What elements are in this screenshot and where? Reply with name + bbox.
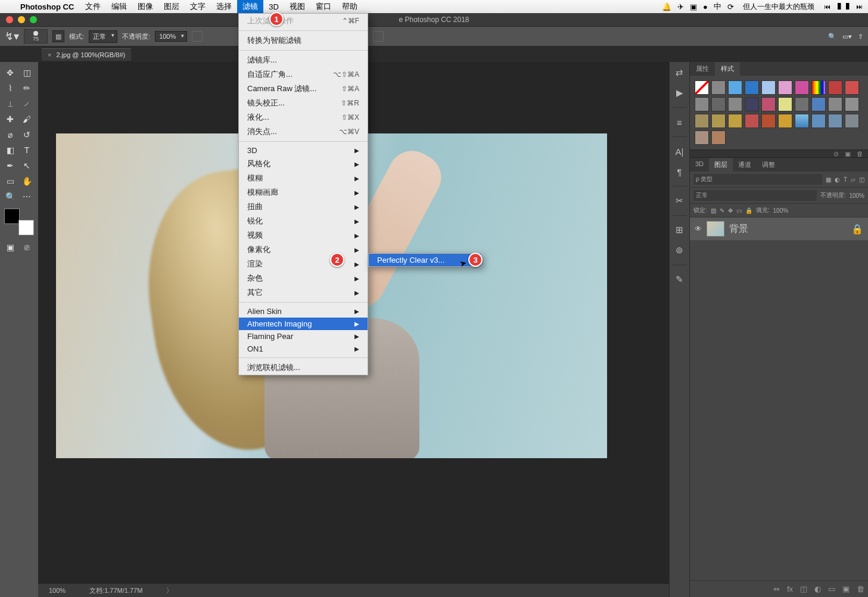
menu-filter[interactable]: 滤镜 <box>237 0 263 13</box>
pressure-opacity-icon[interactable] <box>192 31 203 42</box>
filter-gallery[interactable]: 滤镜库... <box>239 53 368 67</box>
lock-art-icon[interactable]: ▭ <box>736 207 742 214</box>
filter-camera-raw[interactable]: Camera Raw 滤镜...⇧⌘A <box>239 82 368 96</box>
style-swatch-7[interactable] <box>811 80 826 95</box>
layers-tab-3d[interactable]: 3D <box>690 158 709 172</box>
traffic-zoom[interactable] <box>30 16 37 23</box>
layer-filter-dropdown[interactable]: ρ 类型 <box>693 174 822 185</box>
traffic-minimize[interactable] <box>18 16 25 23</box>
style-swatch-27[interactable] <box>811 114 826 128</box>
filter-other[interactable]: 其它▶ <box>239 285 368 300</box>
tray-cam-icon[interactable]: ▣ <box>687 2 700 11</box>
move-tool-icon[interactable]: ✥ <box>2 66 18 80</box>
filter-vanish[interactable]: 消失点...⌥⌘V <box>239 125 368 139</box>
lock-trans-icon[interactable]: ▨ <box>711 207 716 214</box>
tool-indicator-icon[interactable]: ↯▾ <box>5 30 19 43</box>
rail-layers-icon[interactable]: ≡ <box>674 116 686 128</box>
style-swatch-4[interactable] <box>761 80 776 95</box>
opacity-dropdown[interactable]: 100% <box>155 31 187 42</box>
menu-view[interactable]: 视图 <box>284 0 310 13</box>
workspace-icon[interactable]: ▭▾ <box>842 33 852 41</box>
document-tab[interactable]: × 2.jpg @ 100%(RGB/8#) <box>42 48 131 61</box>
style-swatch-23[interactable] <box>745 114 759 128</box>
tray-sync-icon[interactable]: ⟳ <box>724 2 737 11</box>
foreground-color[interactable] <box>4 209 20 224</box>
rail-libs-icon[interactable]: ⊞ <box>674 224 686 236</box>
fx-icon[interactable]: fx <box>787 584 793 593</box>
brush-preset-picker[interactable]: 75 <box>24 29 48 43</box>
style-swatch-30[interactable] <box>695 130 709 145</box>
quickmask-icon[interactable]: ▣ <box>2 240 18 254</box>
close-tab-icon[interactable]: × <box>48 51 51 58</box>
style-swatch-10[interactable] <box>695 97 709 111</box>
search-icon[interactable]: 🔍 <box>828 33 836 41</box>
style-swatch-18[interactable] <box>828 97 842 111</box>
filter-distort[interactable]: 扭曲▶ <box>239 200 368 214</box>
lock-pos-icon[interactable]: ✥ <box>728 207 733 214</box>
style-swatch-24[interactable] <box>761 114 776 128</box>
edit-toolbar-icon[interactable]: ⋯ <box>19 189 35 204</box>
new-style-icon[interactable]: ▣ <box>845 150 851 158</box>
style-swatch-14[interactable] <box>761 97 776 111</box>
new-layer-icon[interactable]: ▣ <box>842 584 850 593</box>
filter-flaming-pear[interactable]: Flaming Pear▶ <box>239 330 368 343</box>
lasso-tool-icon[interactable]: ⌇ <box>2 81 18 95</box>
panel-tab-styles[interactable]: 样式 <box>715 62 740 76</box>
style-swatch-12[interactable] <box>728 97 742 111</box>
filter-adaptive[interactable]: 自适应广角...⌥⇧⌘A <box>239 67 368 82</box>
filter-stylize[interactable]: 风格化▶ <box>239 157 368 171</box>
panel-tab-properties[interactable]: 属性 <box>690 62 715 76</box>
rail-char-icon[interactable]: A| <box>674 145 686 157</box>
rail-para-icon[interactable]: ¶ <box>674 166 686 178</box>
filter-shape-icon[interactable]: ▱ <box>851 176 855 183</box>
filter-type-icon[interactable]: T <box>844 176 847 183</box>
layer-thumbnail[interactable] <box>707 221 724 237</box>
airbrush-icon[interactable] <box>373 31 384 42</box>
menu-type[interactable]: 文字 <box>185 0 211 13</box>
share-icon[interactable]: ⇪ <box>858 33 863 41</box>
menu-window[interactable]: 窗口 <box>310 0 337 13</box>
filter-sharpen[interactable]: 锐化▶ <box>239 214 368 228</box>
style-swatch-15[interactable] <box>778 97 792 111</box>
brush-panel-icon[interactable]: ▥ <box>52 30 64 42</box>
hand-tool-icon[interactable]: ✋ <box>19 174 35 188</box>
menu-image[interactable]: 图像 <box>132 0 158 13</box>
zoom-tool-icon[interactable]: 🔍 <box>2 189 18 204</box>
filter-on1[interactable]: ON1▶ <box>239 343 368 355</box>
shape-tool-icon[interactable]: ▭ <box>2 174 18 188</box>
path-select-icon[interactable]: ↖ <box>19 158 35 173</box>
style-swatch-0[interactable] <box>695 80 709 95</box>
style-swatch-17[interactable] <box>811 97 826 111</box>
healing-tool-icon[interactable]: ✚ <box>2 112 18 126</box>
menu-help[interactable]: 帮助 <box>337 0 363 13</box>
history-brush-icon[interactable]: ↺ <box>19 128 35 142</box>
menu-3d[interactable]: 3D <box>263 0 284 13</box>
layers-tab-layers[interactable]: 图层 <box>709 158 733 172</box>
background-color[interactable] <box>18 220 34 235</box>
style-swatch-1[interactable] <box>711 80 726 95</box>
style-swatch-8[interactable] <box>828 80 842 95</box>
filter-noise[interactable]: 杂色▶ <box>239 271 368 285</box>
style-swatch-5[interactable] <box>778 80 792 95</box>
filter-video[interactable]: 视频▶ <box>239 228 368 242</box>
style-swatch-22[interactable] <box>728 114 742 128</box>
quick-select-tool-icon[interactable]: ✏ <box>19 81 35 95</box>
layer-opacity-value[interactable]: 100% <box>849 192 864 199</box>
crop-tool-icon[interactable]: ⟂ <box>2 97 18 111</box>
status-doc[interactable]: 文档:1.77M/1.77M <box>89 586 142 595</box>
rail-brush-icon[interactable]: ✎ <box>674 273 686 285</box>
menu-file[interactable]: 文件 <box>80 0 106 13</box>
filter-adjust-icon[interactable]: ◐ <box>835 176 840 183</box>
fill-value[interactable]: 100% <box>773 207 789 214</box>
filter-3d[interactable]: 3D▶ <box>239 144 368 157</box>
eyedropper-tool-icon[interactable]: ⟋ <box>19 97 35 111</box>
filter-lens[interactable]: 镜头校正...⇧⌘R <box>239 96 368 110</box>
rail-cc-icon[interactable]: ⊚ <box>674 244 686 256</box>
style-swatch-2[interactable] <box>728 80 742 95</box>
filter-blur[interactable]: 模糊▶ <box>239 171 368 185</box>
menu-edit[interactable]: 编辑 <box>106 0 132 13</box>
layers-tab-channels[interactable]: 通道 <box>733 158 757 172</box>
screenmode-icon[interactable]: ⎚ <box>19 240 35 254</box>
delete-layer-icon[interactable]: 🗑 <box>857 584 864 593</box>
filter-blur-gallery[interactable]: 模糊画廊▶ <box>239 185 368 200</box>
